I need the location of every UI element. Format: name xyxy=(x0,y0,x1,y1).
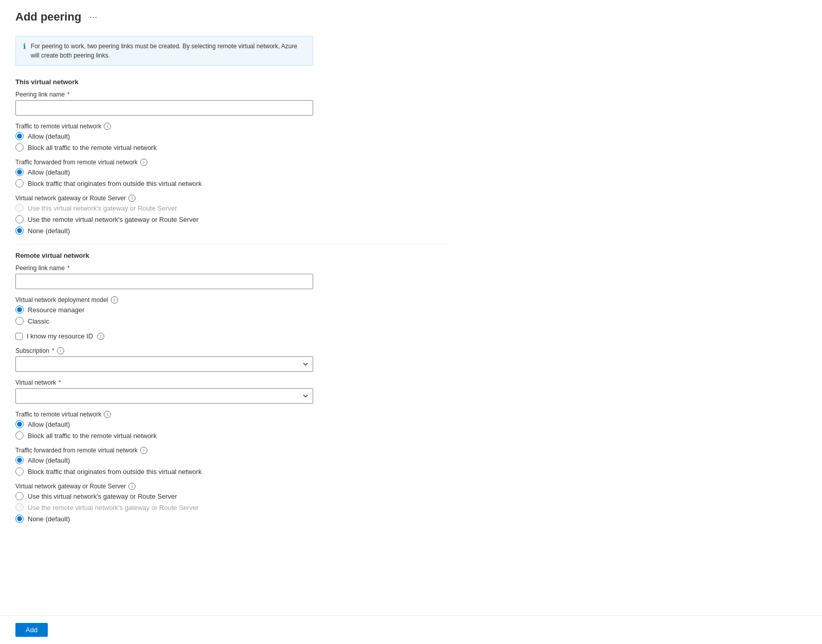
remote-forward-allow-label: Allow (default) xyxy=(28,457,70,464)
deployment-model-info-icon[interactable]: i xyxy=(111,296,118,304)
virtual-network-label: Virtual network * xyxy=(15,379,447,386)
remote-traffic-block-radio[interactable] xyxy=(15,431,24,440)
remote-forward-allow-option[interactable]: Allow (default) xyxy=(15,456,447,464)
this-gateway-info-icon[interactable]: i xyxy=(128,195,136,202)
this-traffic-to-remote-group: Traffic to remote virtual network i Allo… xyxy=(15,123,447,151)
this-gateway-group: Virtual network gateway or Route Server … xyxy=(15,195,447,235)
this-forward-allow-radio[interactable] xyxy=(15,168,24,176)
dm-classic-option[interactable]: Classic xyxy=(15,317,447,325)
subscription-required-star: * xyxy=(52,347,54,354)
virtual-network-required-star: * xyxy=(59,379,61,386)
remote-virtual-network-section: Remote virtual network Peering link name… xyxy=(15,252,447,523)
remote-gateway-radio-group: Use this virtual network's gateway or Ro… xyxy=(15,492,447,523)
know-resource-id-checkbox[interactable] xyxy=(15,333,23,340)
virtual-network-select[interactable] xyxy=(15,388,313,404)
this-gw-use-this-label: Use this virtual network's gateway or Ro… xyxy=(28,204,177,212)
this-vnet-section-title: This virtual network xyxy=(15,78,447,86)
remote-traffic-to-remote-label: Traffic to remote virtual network i xyxy=(15,411,447,418)
remote-gw-use-this-label: Use this virtual network's gateway or Ro… xyxy=(28,493,177,500)
remote-forward-allow-radio[interactable] xyxy=(15,456,24,464)
remote-traffic-forwarded-info-icon[interactable]: i xyxy=(140,447,147,454)
section-divider xyxy=(15,244,447,244)
this-traffic-to-remote-label: Traffic to remote virtual network i xyxy=(15,123,447,130)
remote-gw-none-option[interactable]: None (default) xyxy=(15,515,447,523)
info-banner: ℹ For peering to work, two peering links… xyxy=(15,36,313,66)
this-gw-use-remote-option[interactable]: Use the remote virtual network's gateway… xyxy=(15,215,447,223)
remote-traffic-block-label: Block all traffic to the remote virtual … xyxy=(28,432,157,440)
dm-classic-label: Classic xyxy=(28,317,49,325)
remote-gw-use-remote-radio[interactable] xyxy=(15,503,24,512)
remote-traffic-forwarded-radio-group: Allow (default) Block traffic that origi… xyxy=(15,456,447,476)
required-star: * xyxy=(67,91,70,98)
remote-peering-link-name-group: Peering link name * xyxy=(15,264,447,289)
remote-forward-block-option[interactable]: Block traffic that originates from outsi… xyxy=(15,467,447,476)
this-traffic-allow-option[interactable]: Allow (default) xyxy=(15,132,447,140)
subscription-group: Subscription * i xyxy=(15,347,447,372)
remote-vnet-section-title: Remote virtual network xyxy=(15,252,447,259)
this-traffic-block-radio[interactable] xyxy=(15,143,24,151)
this-traffic-forwarded-radio-group: Allow (default) Block traffic that origi… xyxy=(15,168,447,187)
subscription-select[interactable] xyxy=(15,356,313,372)
dm-resource-label: Resource manager xyxy=(28,306,85,314)
this-forward-block-label: Block traffic that originates from outsi… xyxy=(28,180,202,187)
remote-required-star: * xyxy=(67,264,70,272)
remote-traffic-to-remote-group: Traffic to remote virtual network i Allo… xyxy=(15,411,447,440)
dm-classic-radio[interactable] xyxy=(15,317,24,325)
info-banner-text: For peering to work, two peering links m… xyxy=(31,42,305,60)
this-gw-use-remote-label: Use the remote virtual network's gateway… xyxy=(28,216,199,223)
this-traffic-block-option[interactable]: Block all traffic to the remote virtual … xyxy=(15,143,447,151)
remote-gw-use-this-radio[interactable] xyxy=(15,492,24,500)
dm-resource-radio[interactable] xyxy=(15,306,24,314)
this-traffic-forwarded-label: Traffic forwarded from remote virtual ne… xyxy=(15,159,447,166)
virtual-network-group: Virtual network * xyxy=(15,379,447,404)
remote-gw-use-remote-option[interactable]: Use the remote virtual network's gateway… xyxy=(15,503,447,512)
remote-traffic-allow-radio[interactable] xyxy=(15,420,24,428)
remote-gateway-info-icon[interactable]: i xyxy=(128,483,136,490)
subscription-info-icon[interactable]: i xyxy=(57,347,64,354)
remote-gw-none-radio[interactable] xyxy=(15,515,24,523)
this-gw-use-this-radio[interactable] xyxy=(15,204,24,212)
remote-traffic-allow-option[interactable]: Allow (default) xyxy=(15,420,447,428)
remote-traffic-forwarded-group: Traffic forwarded from remote virtual ne… xyxy=(15,447,447,476)
this-traffic-allow-label: Allow (default) xyxy=(28,132,70,140)
dm-resource-option[interactable]: Resource manager xyxy=(15,306,447,314)
this-gateway-radio-group: Use this virtual network's gateway or Ro… xyxy=(15,204,447,235)
traffic-forwarded-info-icon[interactable]: i xyxy=(140,159,147,166)
remote-gw-use-remote-label: Use the remote virtual network's gateway… xyxy=(28,504,199,512)
remote-gw-use-this-option[interactable]: Use this virtual network's gateway or Ro… xyxy=(15,492,447,500)
remote-gateway-label: Virtual network gateway or Route Server … xyxy=(15,483,447,490)
page-title: Add peering xyxy=(15,10,81,24)
this-gw-none-option[interactable]: None (default) xyxy=(15,226,447,235)
remote-peering-link-name-input[interactable] xyxy=(15,274,313,289)
deployment-model-radio-group: Resource manager Classic xyxy=(15,306,447,325)
remote-forward-block-label: Block traffic that originates from outsi… xyxy=(28,468,202,476)
remote-traffic-allow-label: Allow (default) xyxy=(28,421,70,428)
this-forward-allow-label: Allow (default) xyxy=(28,168,70,176)
this-peering-link-name-group: Peering link name * xyxy=(15,91,447,116)
this-traffic-allow-radio[interactable] xyxy=(15,132,24,140)
this-gw-none-radio[interactable] xyxy=(15,226,24,235)
this-forward-block-option[interactable]: Block traffic that originates from outsi… xyxy=(15,179,447,187)
traffic-to-remote-info-icon[interactable]: i xyxy=(104,123,111,130)
info-icon: ℹ xyxy=(23,42,26,50)
know-resource-id-label: I know my resource ID xyxy=(27,332,93,340)
this-gw-use-this-option[interactable]: Use this virtual network's gateway or Ro… xyxy=(15,204,447,212)
this-traffic-forwarded-group: Traffic forwarded from remote virtual ne… xyxy=(15,159,447,187)
remote-gateway-group: Virtual network gateway or Route Server … xyxy=(15,483,447,523)
remote-traffic-to-remote-radio-group: Allow (default) Block all traffic to the… xyxy=(15,420,447,440)
remote-peering-link-name-label: Peering link name * xyxy=(15,264,447,272)
remote-gw-none-label: None (default) xyxy=(28,515,70,523)
know-resource-id-info-icon[interactable]: i xyxy=(97,333,104,340)
know-resource-id-option[interactable]: I know my resource ID i xyxy=(15,332,447,340)
this-forward-block-radio[interactable] xyxy=(15,179,24,187)
remote-traffic-to-remote-info-icon[interactable]: i xyxy=(104,411,111,418)
this-peering-link-name-input[interactable] xyxy=(15,100,313,116)
this-peering-link-name-label: Peering link name * xyxy=(15,91,447,98)
remote-forward-block-radio[interactable] xyxy=(15,467,24,476)
ellipsis-menu-button[interactable]: ··· xyxy=(86,11,100,24)
this-forward-allow-option[interactable]: Allow (default) xyxy=(15,168,447,176)
deployment-model-label: Virtual network deployment model i xyxy=(15,296,447,304)
this-gw-use-remote-radio[interactable] xyxy=(15,215,24,223)
remote-traffic-block-option[interactable]: Block all traffic to the remote virtual … xyxy=(15,431,447,440)
this-virtual-network-section: This virtual network Peering link name *… xyxy=(15,78,447,235)
